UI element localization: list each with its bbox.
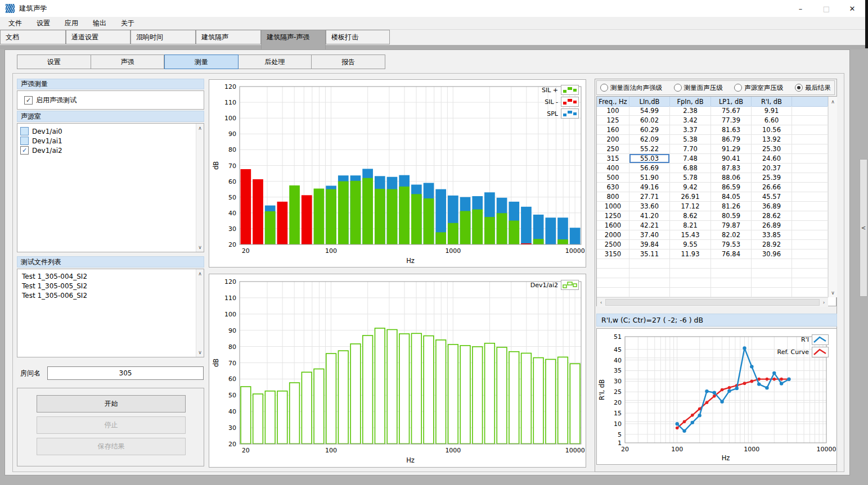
radio-icon[interactable] [795, 84, 803, 92]
table-cell[interactable]: 28.92 [752, 240, 792, 249]
table-cell[interactable]: 82.02 [711, 230, 752, 239]
table-cell[interactable]: 9.55 [670, 240, 711, 249]
tab-3[interactable]: 建筑隔声 [196, 30, 261, 44]
table-cell[interactable]: 45.57 [752, 192, 792, 201]
scroll-up-icon[interactable]: ∧ [196, 124, 204, 132]
table-cell[interactable]: 5.78 [670, 173, 711, 182]
radio-option-2[interactable]: 声源室声压级 [734, 84, 783, 92]
file-item-2[interactable]: Test 1_305-006_SI2 [17, 291, 204, 300]
channel-item-1[interactable]: Dev1/ai1 [17, 136, 204, 146]
table-cell[interactable]: 3.42 [670, 116, 711, 125]
radio-option-1[interactable]: 测量面声压级 [674, 84, 723, 92]
table-cell[interactable]: 80.59 [711, 211, 752, 220]
table-cell[interactable] [792, 144, 828, 153]
table-cell[interactable]: 86.79 [711, 135, 752, 144]
table-header-cell-3[interactable]: LP1, dB [711, 97, 752, 106]
radio-icon[interactable] [600, 84, 608, 92]
scroll-down-icon[interactable]: ∨ [196, 243, 204, 251]
table-cell[interactable]: 9.91 [752, 106, 792, 115]
table-cell[interactable]: 24.60 [752, 154, 792, 163]
menu-item-4[interactable]: 关于 [114, 17, 142, 29]
maximize-button[interactable]: □ [813, 0, 839, 17]
table-cell[interactable]: 10.56 [752, 125, 792, 134]
subtab-4[interactable]: 报告 [312, 55, 385, 69]
table-cell[interactable]: 6.88 [670, 164, 711, 173]
scroll-down-icon[interactable]: ∨ [829, 288, 837, 297]
scroll-right-icon[interactable]: › [820, 298, 828, 307]
table-cell[interactable]: 9.42 [670, 183, 711, 192]
table-cell[interactable]: 88.06 [711, 173, 752, 182]
table-cell[interactable]: 2500 [597, 240, 629, 249]
table-cell[interactable]: 55.22 [629, 144, 670, 153]
subtab-3[interactable]: 后处理 [239, 55, 312, 69]
table-header-cell-2[interactable]: FpIn, dB [670, 97, 711, 106]
room-name-input[interactable]: 305 [47, 366, 204, 380]
table-cell[interactable]: 84.05 [711, 192, 752, 201]
menu-item-1[interactable]: 设置 [29, 17, 57, 29]
channel-item-0[interactable]: Dev1/ai0 [17, 126, 204, 136]
table-cell[interactable]: 60.29 [629, 125, 670, 134]
table-cell[interactable]: 3150 [597, 250, 629, 259]
close-button[interactable]: ✕ [839, 0, 865, 17]
minimize-button[interactable]: – [788, 0, 813, 17]
table-cell[interactable]: 7.70 [670, 144, 711, 153]
enable-intensity-checkbox[interactable]: ✓ [24, 96, 33, 105]
collapse-panel-bar[interactable]: < [860, 159, 867, 297]
subtab-1[interactable]: 声强 [91, 55, 165, 69]
table-cell[interactable]: 28.62 [752, 211, 792, 220]
hscroll-thumb[interactable] [605, 299, 820, 306]
subtab-0[interactable]: 设置 [17, 55, 91, 69]
channel-checkbox[interactable] [20, 137, 29, 145]
table-cell[interactable]: 1250 [597, 211, 629, 220]
menu-item-3[interactable]: 输出 [86, 17, 114, 29]
table-cell[interactable] [792, 221, 828, 230]
table-cell[interactable]: 91.29 [711, 144, 752, 153]
table-cell[interactable]: 42.21 [629, 221, 670, 230]
table-cell[interactable]: 200 [597, 135, 629, 144]
table-cell[interactable]: 75.67 [711, 106, 752, 115]
table-cell[interactable]: 2000 [597, 230, 629, 239]
table-cell[interactable]: 630 [597, 183, 629, 192]
table-cell[interactable]: 81.63 [711, 125, 752, 134]
table-cell[interactable]: 160 [597, 125, 629, 134]
scroll-up-icon[interactable]: ∧ [196, 270, 204, 278]
radio-icon[interactable] [734, 84, 742, 92]
table-cell[interactable]: 1000 [597, 202, 629, 211]
table-cell[interactable]: 77.39 [711, 116, 752, 125]
table-cell[interactable]: 250 [597, 144, 629, 153]
channel-checkbox[interactable]: ✓ [20, 146, 29, 155]
table-cell[interactable]: 500 [597, 173, 629, 182]
table-cell[interactable]: 90.41 [711, 154, 752, 163]
table-cell[interactable]: 55.03 [629, 154, 670, 163]
table-cell[interactable]: 13.92 [752, 135, 792, 144]
menu-item-0[interactable]: 文件 [1, 17, 29, 29]
table-cell[interactable]: 49.16 [629, 183, 670, 192]
table-cell[interactable] [792, 116, 828, 125]
tab-1[interactable]: 通道设置 [66, 30, 131, 44]
table-cell[interactable] [792, 154, 828, 163]
table-cell[interactable]: 39.84 [629, 240, 670, 249]
table-cell[interactable] [792, 202, 828, 211]
table-cell[interactable] [792, 106, 828, 115]
table-cell[interactable]: 25.30 [752, 144, 792, 153]
table-cell[interactable] [792, 164, 828, 173]
tab-5[interactable]: 楼板打击 [326, 30, 390, 44]
table-cell[interactable]: 79.53 [711, 240, 752, 249]
table-cell[interactable] [792, 192, 828, 201]
table-cell[interactable]: 87.83 [711, 164, 752, 173]
table-cell[interactable]: 30.96 [752, 250, 792, 259]
table-cell[interactable]: 86.59 [711, 183, 752, 192]
table-cell[interactable]: 8.62 [670, 211, 711, 220]
table-cell[interactable]: 20.37 [752, 164, 792, 173]
file-item-0[interactable]: Test 1_305-004_SI2 [17, 271, 204, 281]
channel-checkbox[interactable] [20, 127, 29, 135]
table-cell[interactable]: 15.43 [670, 230, 711, 239]
table-cell[interactable] [792, 250, 828, 259]
table-cell[interactable] [792, 173, 828, 182]
table-cell[interactable]: 51.90 [629, 173, 670, 182]
table-cell[interactable] [792, 211, 828, 220]
table-cell[interactable]: 36.89 [752, 202, 792, 211]
table-cell[interactable]: 3.37 [670, 125, 711, 134]
table-cell[interactable]: 400 [597, 164, 629, 173]
table-cell[interactable]: 81.26 [711, 202, 752, 211]
